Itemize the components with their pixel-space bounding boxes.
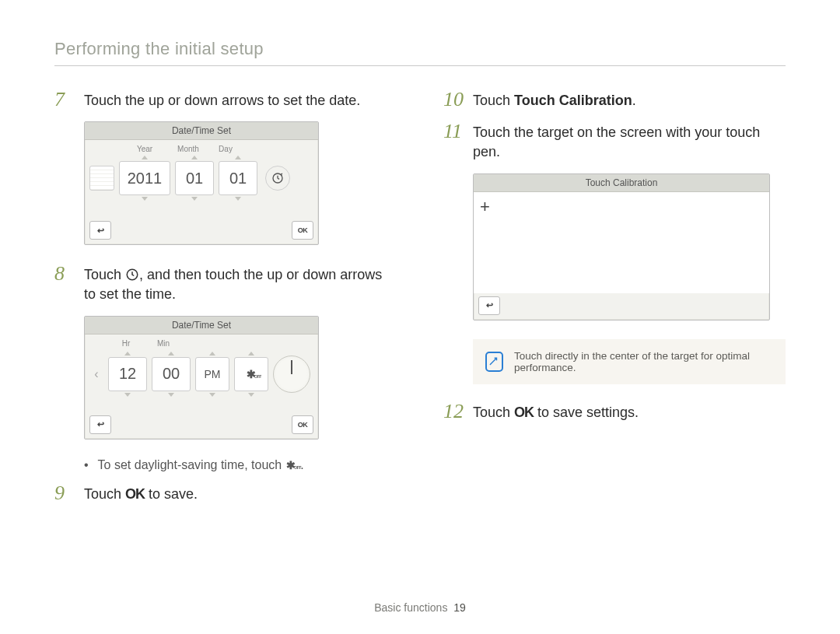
- step-number: 7: [54, 89, 75, 110]
- page-footer: Basic functions 19: [0, 601, 840, 614]
- step-text: Touch the target on the screen with your…: [473, 121, 786, 162]
- screenshot-body: Year Month Day 2011 01 01: [85, 140, 318, 218]
- screenshot-body: +: [474, 192, 769, 293]
- note-icon: [485, 352, 503, 372]
- right-column: 10 Touch Touch Calibration. 11 Touch the…: [443, 89, 786, 515]
- step-number: 9: [54, 483, 75, 503]
- label-min: Min: [147, 339, 180, 348]
- header-rule: [54, 65, 786, 66]
- step-text: Touch OK to save settings.: [473, 401, 639, 422]
- back-button[interactable]: ↩: [89, 221, 111, 240]
- label-hr: Hr: [110, 339, 142, 348]
- label-day: Day: [209, 145, 242, 153]
- dst-hint: To set daylight-saving time, touch ✱.: [84, 458, 397, 472]
- ok-button[interactable]: OK: [292, 221, 313, 240]
- label-year: Year: [122, 145, 167, 153]
- footer-page: 19: [453, 601, 466, 614]
- page-title: Performing the initial setup: [54, 39, 786, 59]
- screenshot-body: Hr Min ‹ 12 00 PM ✱: [85, 335, 318, 412]
- step-11: 11 Touch the target on the screen with y…: [443, 121, 786, 162]
- calendar-icon: [89, 166, 114, 191]
- step-text: Touch the up or down arrows to set the d…: [84, 89, 360, 110]
- analog-clock: [273, 356, 310, 393]
- step-text: Touch , and then touch the up or down ar…: [84, 264, 397, 304]
- screenshot-title: Touch Calibration: [474, 174, 769, 192]
- step-number: 8: [54, 264, 75, 284]
- step-number: 10: [443, 89, 464, 110]
- touch-calibration-screenshot: Touch Calibration + ↩: [473, 173, 770, 321]
- step-10: 10 Touch Touch Calibration.: [443, 89, 786, 110]
- year-spinner[interactable]: 2011: [119, 161, 170, 195]
- left-column: 7 Touch the up or down arrows to set the…: [54, 89, 397, 515]
- note-text: Touch directly in the center of the targ…: [514, 350, 773, 373]
- footer-section: Basic functions: [374, 601, 447, 614]
- date-set-screenshot: Date/Time Set Year Month Day 2011 01 01: [84, 121, 319, 245]
- screenshot-title: Date/Time Set: [85, 317, 318, 335]
- note-box: Touch directly in the center of the targ…: [473, 339, 786, 384]
- clock-mode-button[interactable]: [265, 166, 290, 191]
- step-12: 12 Touch OK to save settings.: [443, 401, 786, 422]
- step-number: 11: [443, 121, 464, 142]
- ok-button[interactable]: OK: [292, 415, 313, 434]
- clock-icon: [125, 268, 139, 282]
- prev-arrow[interactable]: ‹: [89, 359, 103, 390]
- ampm-spinner[interactable]: PM: [195, 357, 229, 391]
- dst-off-icon: ✱: [247, 368, 256, 380]
- dst-spinner[interactable]: ✱: [234, 357, 268, 391]
- screenshot-title: Date/Time Set: [85, 122, 318, 140]
- ok-label: OK: [125, 486, 145, 502]
- calibration-target-icon[interactable]: +: [480, 197, 490, 217]
- day-spinner[interactable]: 01: [219, 161, 257, 195]
- step-9: 9 Touch OK to save.: [54, 483, 397, 504]
- step-8: 8 Touch , and then touch the up or down …: [54, 264, 397, 304]
- ok-label: OK: [514, 405, 534, 420]
- dst-off-icon: ✱: [286, 459, 296, 471]
- step-text: Touch Touch Calibration.: [473, 89, 636, 110]
- label-month: Month: [172, 145, 205, 153]
- time-set-screenshot: Date/Time Set Hr Min ‹ 12 00 PM ✱: [84, 316, 319, 440]
- hour-spinner[interactable]: 12: [108, 357, 147, 391]
- step-text: Touch OK to save.: [84, 483, 198, 504]
- step-number: 12: [443, 401, 464, 422]
- clock-icon: [271, 172, 284, 184]
- manual-page: Performing the initial setup 7 Touch the…: [0, 0, 840, 634]
- step-7: 7 Touch the up or down arrows to set the…: [54, 89, 397, 110]
- back-button[interactable]: ↩: [478, 296, 500, 315]
- month-spinner[interactable]: 01: [175, 161, 214, 195]
- back-button[interactable]: ↩: [89, 415, 111, 434]
- content-columns: 7 Touch the up or down arrows to set the…: [54, 89, 786, 515]
- minute-spinner[interactable]: 00: [152, 357, 191, 391]
